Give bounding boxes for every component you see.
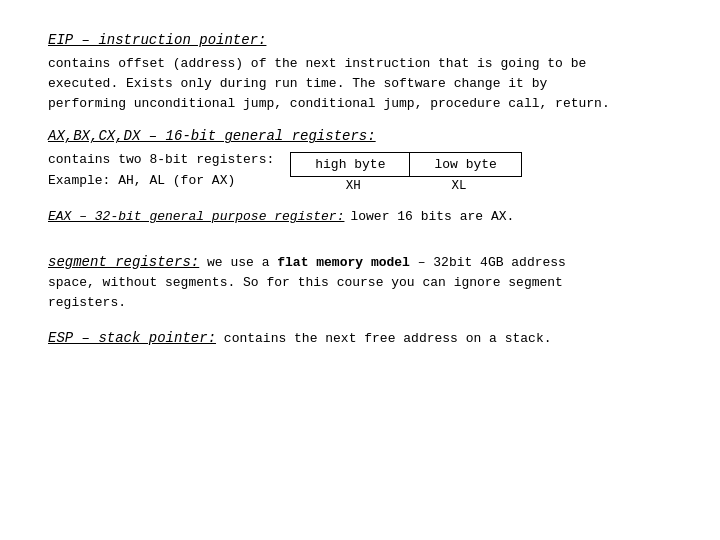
eax-body: lower 16 bits are AX. bbox=[350, 207, 514, 227]
high-byte-cell: high byte bbox=[291, 153, 410, 177]
low-byte-cell: low byte bbox=[410, 153, 521, 177]
segment-prefix: we use a bbox=[207, 255, 277, 270]
registers-intro: contains two 8-bit registers: Example: A… bbox=[48, 150, 274, 190]
byte-labels: XH XL bbox=[290, 179, 522, 193]
xh-label: XH bbox=[290, 179, 406, 193]
segment-bold: flat memory model bbox=[277, 255, 410, 270]
esp-section: ESP – stack pointer: contains the next f… bbox=[48, 328, 672, 350]
eax-line: EAX – 32-bit general purpose register: l… bbox=[48, 207, 672, 227]
axbxcxdx-title: AX,BX,CX,DX – 16-bit general registers: bbox=[48, 128, 672, 144]
esp-body: ESP – stack pointer: contains the next f… bbox=[48, 328, 672, 350]
xl-label: XL bbox=[406, 179, 522, 193]
eip-body: contains offset (address) of the next in… bbox=[48, 54, 672, 114]
spacer bbox=[48, 242, 672, 252]
registers-row: contains two 8-bit registers: Example: A… bbox=[48, 150, 672, 193]
eax-title: EAX – 32-bit general purpose register: bbox=[48, 207, 344, 227]
segment-title: segment registers: bbox=[48, 254, 199, 270]
page: EIP – instruction pointer: contains offs… bbox=[0, 0, 720, 540]
axbxcxdx-section: AX,BX,CX,DX – 16-bit general registers: … bbox=[48, 128, 672, 193]
registers-line2: Example: AH, AL (for AX) bbox=[48, 173, 235, 188]
byte-table: high byte low byte bbox=[290, 152, 522, 177]
registers-line1: contains two 8-bit registers: bbox=[48, 152, 274, 167]
eip-section: EIP – instruction pointer: contains offs… bbox=[48, 32, 672, 114]
esp-body-text: contains the next free address on a stac… bbox=[224, 331, 552, 346]
eip-title: EIP – instruction pointer: bbox=[48, 32, 672, 48]
segment-body: segment registers: we use a flat memory … bbox=[48, 252, 672, 314]
byte-table-wrapper: high byte low byte XH XL bbox=[290, 152, 522, 193]
eax-section: EAX – 32-bit general purpose register: l… bbox=[48, 207, 672, 227]
segment-section: segment registers: we use a flat memory … bbox=[48, 252, 672, 314]
esp-title: ESP – stack pointer: bbox=[48, 330, 216, 346]
